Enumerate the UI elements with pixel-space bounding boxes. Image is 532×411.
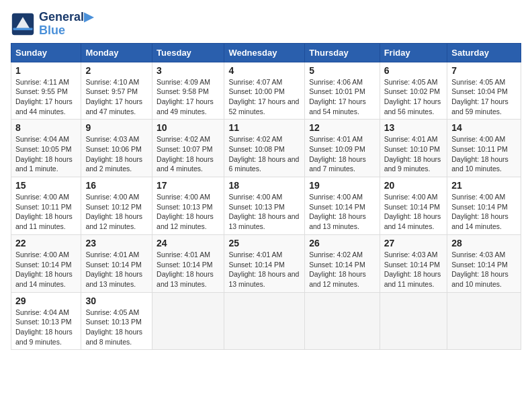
sunrise-text: Sunrise: 4:01 AM <box>85 250 139 259</box>
day-info: Sunrise: 4:00 AMSunset: 10:12 PMDaylight… <box>85 192 148 232</box>
day-number: 11 <box>228 122 300 133</box>
sunset-text: Sunset: 9:58 PM <box>157 87 209 95</box>
calendar-cell: 29Sunrise: 4:04 AMSunset: 10:13 PMDaylig… <box>11 292 81 350</box>
sunrise-text: Sunrise: 4:00 AM <box>451 193 505 201</box>
day-number: 13 <box>384 122 443 133</box>
header-saturday: Saturday <box>447 43 521 62</box>
calendar-cell: 13Sunrise: 4:01 AMSunset: 10:10 PMDaylig… <box>380 120 447 177</box>
calendar-cell <box>224 292 305 350</box>
daylight-text: Daylight: 18 hours and 4 minutes. <box>157 155 214 173</box>
sunrise-text: Sunrise: 4:01 AM <box>157 250 210 259</box>
day-info: Sunrise: 4:05 AMSunset: 10:13 PMDaylight… <box>85 308 148 347</box>
day-number: 3 <box>157 65 220 76</box>
sunrise-text: Sunrise: 4:00 AM <box>157 193 210 201</box>
daylight-text: Daylight: 18 hours and 12 minutes. <box>157 212 214 230</box>
header-row: SundayMondayTuesdayWednesdayThursdayFrid… <box>11 43 521 62</box>
week-row-4: 22Sunrise: 4:00 AMSunset: 10:14 PMDaylig… <box>11 234 521 292</box>
daylight-text: Daylight: 17 hours and 54 minutes. <box>309 97 366 116</box>
day-number: 16 <box>85 180 148 191</box>
day-number: 10 <box>157 122 220 133</box>
day-number: 14 <box>451 122 517 133</box>
logo-text: General▶ Blue <box>39 11 93 38</box>
day-number: 8 <box>15 122 77 133</box>
calendar-cell <box>380 292 447 350</box>
daylight-text: Daylight: 18 hours and 1 minute. <box>15 155 73 173</box>
daylight-text: Daylight: 18 hours and 11 minutes. <box>15 212 73 230</box>
header-monday: Monday <box>81 43 152 62</box>
day-info: Sunrise: 4:00 AMSunset: 10:13 PMDaylight… <box>228 192 300 232</box>
sunset-text: Sunset: 10:14 PM <box>157 261 212 269</box>
day-number: 25 <box>228 238 300 248</box>
calendar-cell: 23Sunrise: 4:01 AMSunset: 10:14 PMDaylig… <box>81 234 152 292</box>
sunset-text: Sunset: 10:01 PM <box>309 87 365 95</box>
sunrise-text: Sunrise: 4:01 AM <box>309 135 363 143</box>
calendar-cell: 18Sunrise: 4:00 AMSunset: 10:13 PMDaylig… <box>224 177 305 235</box>
sunset-text: Sunset: 10:11 PM <box>15 203 71 211</box>
day-info: Sunrise: 4:11 AMSunset: 9:55 PMDaylight:… <box>15 77 77 117</box>
sunrise-text: Sunrise: 4:09 AM <box>157 78 210 86</box>
header-friday: Friday <box>380 43 447 62</box>
day-number: 18 <box>228 180 300 191</box>
sunrise-text: Sunrise: 4:05 AM <box>451 78 505 86</box>
day-number: 30 <box>85 295 148 306</box>
logo-icon <box>11 12 35 36</box>
day-number: 20 <box>384 180 443 191</box>
sunrise-text: Sunrise: 4:01 AM <box>228 250 282 259</box>
day-number: 4 <box>228 65 300 76</box>
daylight-text: Daylight: 18 hours and 13 minutes. <box>228 212 299 230</box>
calendar-cell: 10Sunrise: 4:02 AMSunset: 10:07 PMDaylig… <box>152 120 224 177</box>
daylight-text: Daylight: 17 hours and 49 minutes. <box>157 97 214 116</box>
calendar-cell: 15Sunrise: 4:00 AMSunset: 10:11 PMDaylig… <box>11 177 81 235</box>
daylight-text: Daylight: 17 hours and 52 minutes. <box>228 97 299 116</box>
week-row-3: 15Sunrise: 4:00 AMSunset: 10:11 PMDaylig… <box>11 177 521 235</box>
calendar-cell: 8Sunrise: 4:04 AMSunset: 10:05 PMDayligh… <box>11 120 81 177</box>
calendar-cell: 7Sunrise: 4:05 AMSunset: 10:04 PMDayligh… <box>447 62 521 120</box>
day-info: Sunrise: 4:01 AMSunset: 10:14 PMDaylight… <box>85 250 148 289</box>
day-info: Sunrise: 4:03 AMSunset: 10:14 PMDaylight… <box>384 250 443 289</box>
calendar-header: SundayMondayTuesdayWednesdayThursdayFrid… <box>11 43 521 62</box>
sunrise-text: Sunrise: 4:00 AM <box>85 193 139 201</box>
sunrise-text: Sunrise: 4:05 AM <box>384 78 438 86</box>
day-number: 17 <box>157 180 220 191</box>
sunrise-text: Sunrise: 4:00 AM <box>384 193 438 201</box>
sunset-text: Sunset: 10:12 PM <box>85 203 141 211</box>
calendar-cell: 2Sunrise: 4:10 AMSunset: 9:57 PMDaylight… <box>81 62 152 120</box>
day-info: Sunrise: 4:05 AMSunset: 10:02 PMDaylight… <box>384 77 443 117</box>
day-number: 27 <box>384 238 443 248</box>
day-info: Sunrise: 4:03 AMSunset: 10:06 PMDaylight… <box>85 134 148 174</box>
sunrise-text: Sunrise: 4:04 AM <box>15 135 69 143</box>
calendar-cell <box>305 292 380 350</box>
calendar-cell: 6Sunrise: 4:05 AMSunset: 10:02 PMDayligh… <box>380 62 447 120</box>
svg-rect-2 <box>13 28 33 30</box>
sunset-text: Sunset: 10:14 PM <box>384 203 440 211</box>
calendar-cell: 3Sunrise: 4:09 AMSunset: 9:58 PMDaylight… <box>152 62 224 120</box>
calendar-cell: 27Sunrise: 4:03 AMSunset: 10:14 PMDaylig… <box>380 234 447 292</box>
daylight-text: Daylight: 18 hours and 13 minutes. <box>309 212 366 230</box>
calendar-cell: 4Sunrise: 4:07 AMSunset: 10:00 PMDayligh… <box>224 62 305 120</box>
day-number: 29 <box>15 295 77 306</box>
day-info: Sunrise: 4:02 AMSunset: 10:08 PMDaylight… <box>228 134 300 174</box>
daylight-text: Daylight: 18 hours and 12 minutes. <box>85 212 142 230</box>
day-number: 26 <box>309 238 375 248</box>
day-info: Sunrise: 4:06 AMSunset: 10:01 PMDaylight… <box>309 77 375 117</box>
daylight-text: Daylight: 17 hours and 44 minutes. <box>15 97 73 116</box>
day-number: 1 <box>15 65 77 76</box>
header-wednesday: Wednesday <box>224 43 305 62</box>
day-number: 2 <box>85 65 148 76</box>
day-number: 28 <box>451 238 517 248</box>
calendar-cell <box>447 292 521 350</box>
sunrise-text: Sunrise: 4:02 AM <box>309 250 363 259</box>
sunset-text: Sunset: 9:57 PM <box>85 87 138 95</box>
calendar-cell: 14Sunrise: 4:00 AMSunset: 10:11 PMDaylig… <box>447 120 521 177</box>
calendar-table: SundayMondayTuesdayWednesdayThursdayFrid… <box>11 43 521 351</box>
daylight-text: Daylight: 18 hours and 14 minutes. <box>384 212 441 230</box>
sunset-text: Sunset: 10:14 PM <box>384 261 440 269</box>
daylight-text: Daylight: 18 hours and 10 minutes. <box>451 155 508 173</box>
calendar-cell: 30Sunrise: 4:05 AMSunset: 10:13 PMDaylig… <box>81 292 152 350</box>
sunrise-text: Sunrise: 4:07 AM <box>228 78 282 86</box>
day-info: Sunrise: 4:00 AMSunset: 10:14 PMDaylight… <box>309 192 375 232</box>
day-number: 15 <box>15 180 77 191</box>
day-number: 21 <box>451 180 517 191</box>
sunrise-text: Sunrise: 4:03 AM <box>85 135 139 143</box>
day-number: 24 <box>157 238 220 248</box>
